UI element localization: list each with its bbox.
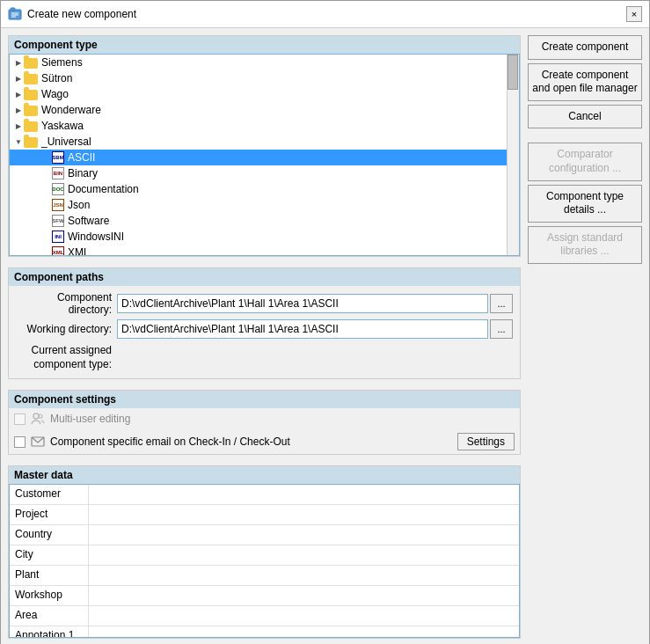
tree-label-software: Software bbox=[68, 215, 109, 227]
master-label-project: Project bbox=[10, 505, 89, 524]
tree-label-wonderware: Wonderware bbox=[41, 104, 101, 116]
master-input-annotation1[interactable] bbox=[92, 628, 515, 638]
file-icon-software: SFW bbox=[52, 215, 64, 227]
master-input-customer[interactable] bbox=[92, 487, 515, 502]
master-label-customer: Customer bbox=[10, 485, 89, 504]
master-value-city bbox=[89, 545, 519, 565]
master-input-country[interactable] bbox=[92, 527, 515, 543]
tree-item-json[interactable]: JSN Json bbox=[10, 197, 507, 213]
tree-item-software[interactable]: SFW Software bbox=[10, 213, 507, 229]
file-icon-doc: DOC bbox=[52, 183, 64, 195]
settings-rows: Multi-user editing Component specific em… bbox=[9, 408, 520, 454]
folder-icon-wonderware bbox=[24, 106, 38, 116]
tree-item-binary[interactable]: BIN Binary bbox=[10, 165, 507, 181]
master-label-country: Country bbox=[10, 525, 89, 545]
master-row-plant: Plant bbox=[10, 566, 519, 586]
email-icon bbox=[31, 435, 45, 449]
master-label-annotation1: Annotation 1 bbox=[10, 626, 89, 638]
expand-yaskawa bbox=[13, 121, 24, 131]
master-value-plant bbox=[89, 566, 519, 585]
master-row-country: Country bbox=[10, 525, 519, 545]
dialog-title: Create new component bbox=[27, 8, 136, 20]
assigned-type-label: Current assigned component type: bbox=[16, 344, 117, 371]
tree-item-wonderware[interactable]: Wonderware bbox=[10, 102, 507, 118]
tree-item-yaskawa[interactable]: Yaskawa bbox=[10, 118, 507, 134]
titlebar-left: Create new component bbox=[8, 7, 136, 21]
working-dir-browse[interactable]: ... bbox=[490, 319, 513, 339]
tree-scrollbar[interactable] bbox=[507, 55, 519, 255]
master-value-project bbox=[89, 505, 519, 524]
master-row-annotation1: Annotation 1 bbox=[10, 626, 519, 638]
component-settings-header: Component settings bbox=[9, 391, 520, 408]
email-row: Component specific email on Check-In / C… bbox=[9, 429, 520, 454]
component-dir-label: Component directory: bbox=[16, 291, 117, 316]
cancel-button[interactable]: Cancel bbox=[528, 105, 642, 129]
tree-label-yaskawa: Yaskawa bbox=[41, 120, 84, 132]
master-input-workshop[interactable] bbox=[92, 588, 515, 604]
expand-wago bbox=[13, 89, 24, 99]
master-value-country bbox=[89, 525, 519, 545]
working-dir-input[interactable] bbox=[117, 319, 488, 339]
tree-scrollbar-thumb[interactable] bbox=[508, 55, 518, 90]
component-dir-row: Component directory: ... bbox=[12, 291, 516, 316]
tree-label-doc: Documentation bbox=[68, 183, 139, 195]
master-row-customer: Customer bbox=[10, 485, 519, 505]
multi-user-row: Multi-user editing bbox=[9, 408, 520, 429]
master-row-area: Area bbox=[10, 606, 519, 626]
tree-item-ascii[interactable]: SBM ASCII bbox=[10, 150, 507, 165]
multi-user-icon bbox=[31, 412, 45, 426]
master-data-section: Master data Customer Project bbox=[8, 465, 521, 639]
create-component-button[interactable]: Create component bbox=[528, 35, 642, 60]
folder-icon-universal bbox=[24, 137, 38, 148]
titlebar: Create new component × bbox=[1, 1, 649, 28]
master-input-plant[interactable] bbox=[92, 567, 515, 583]
close-button[interactable]: × bbox=[626, 6, 642, 22]
master-input-city[interactable] bbox=[92, 547, 515, 563]
tree-item-siemens[interactable]: Siemens bbox=[10, 55, 507, 70]
component-type-tree[interactable]: Siemens Sütron bbox=[9, 54, 520, 256]
tree-label-sutron: Sütron bbox=[41, 72, 72, 84]
file-icon-xml: XML bbox=[52, 246, 64, 255]
right-panel: Create component Create component and op… bbox=[528, 35, 642, 642]
master-data-header: Master data bbox=[9, 466, 520, 484]
email-checkbox[interactable] bbox=[14, 436, 26, 448]
folder-icon-yaskawa bbox=[24, 121, 38, 132]
left-panel: Component type Siemens bbox=[8, 35, 521, 642]
tree-label-binary: Binary bbox=[68, 167, 98, 179]
comparator-button[interactable]: Comparator configuration ... bbox=[528, 143, 642, 180]
create-component-dialog: Create new component × Component type bbox=[0, 0, 650, 644]
expand-universal bbox=[13, 136, 24, 147]
component-dir-input[interactable] bbox=[117, 294, 488, 313]
master-input-project[interactable] bbox=[92, 507, 515, 523]
component-type-details-button[interactable]: Component type details ... bbox=[528, 185, 642, 223]
expand-wonderware bbox=[13, 105, 24, 115]
settings-button[interactable]: Settings bbox=[457, 433, 515, 450]
tree-item-universal[interactable]: _Universal bbox=[10, 134, 507, 150]
create-and-open-button[interactable]: Create component and open file manager bbox=[528, 63, 642, 101]
file-icon-ascii: SBM bbox=[52, 151, 64, 164]
component-settings-section: Component settings Multi-user editing bbox=[8, 390, 521, 455]
master-value-area bbox=[89, 606, 519, 626]
tree-item-xml[interactable]: XML XML bbox=[10, 245, 507, 255]
file-icon-ini: INI bbox=[52, 231, 64, 243]
tree-item-sutron[interactable]: Sütron bbox=[10, 70, 507, 86]
component-paths-section: Component paths Component directory: ...… bbox=[8, 267, 521, 379]
tree-label-wago: Wago bbox=[41, 88, 69, 100]
expand-sutron bbox=[13, 73, 24, 84]
master-row-city: City bbox=[10, 545, 519, 566]
multi-user-label: Multi-user editing bbox=[50, 413, 130, 425]
folder-icon-siemens bbox=[24, 58, 38, 69]
tree-item-windowsini[interactable]: INI WindowsINI bbox=[10, 229, 507, 245]
tree-item-wago[interactable]: Wago bbox=[10, 86, 507, 102]
master-input-area[interactable] bbox=[92, 608, 515, 624]
tree-label-ini: WindowsINI bbox=[68, 231, 124, 243]
svg-rect-1 bbox=[11, 8, 15, 11]
component-dir-browse[interactable]: ... bbox=[490, 294, 513, 313]
expand-siemens bbox=[13, 57, 24, 68]
multi-user-checkbox[interactable] bbox=[14, 413, 26, 425]
tree-item-documentation[interactable]: DOC Documentation bbox=[10, 181, 507, 197]
assign-libraries-button[interactable]: Assign standard libraries ... bbox=[528, 226, 642, 264]
folder-icon-wago bbox=[24, 90, 38, 100]
svg-point-5 bbox=[33, 413, 39, 419]
master-data-table: Customer Project Country bbox=[9, 484, 520, 638]
